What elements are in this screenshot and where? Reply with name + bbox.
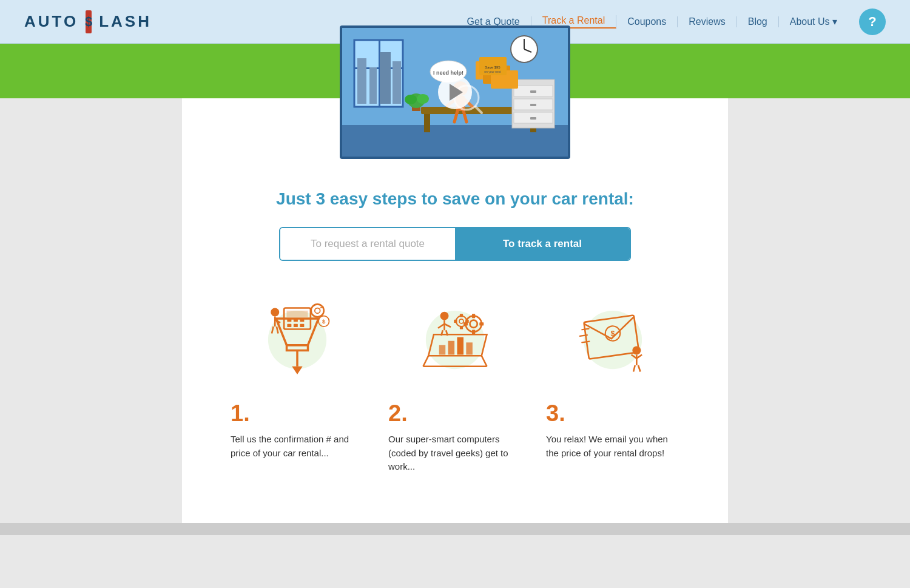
play-triangle-icon [450,84,463,101]
svg-rect-23 [530,104,536,106]
video-play-button[interactable] [438,75,472,109]
footer-bar [0,523,910,535]
svg-point-64 [315,308,320,314]
svg-point-102 [632,346,641,355]
step-1-icon-wrap: $ [231,291,364,388]
svg-rect-56 [294,324,298,327]
svg-text:I need help!: I need help! [433,70,463,76]
step-2-text: Our super-smart computers (coded by trav… [388,433,522,474]
help-button[interactable]: ? [859,8,886,35]
svg-rect-74 [448,341,455,355]
step-3-number: 3. [546,400,565,427]
svg-rect-8 [357,58,366,104]
svg-rect-76 [466,342,473,354]
svg-line-71 [482,356,487,367]
svg-rect-54 [300,319,304,322]
steps-heading: Just 3 easy steps to save on your car re… [182,189,728,209]
svg-text:$: $ [322,318,326,325]
step-3-text: You relax! We email you when the price o… [546,433,679,460]
tab-toggle: To request a rental quote To track a ren… [279,227,631,261]
step-1: $ 1. Tell us the confirmation # and pric… [231,291,364,474]
svg-rect-10 [380,52,391,104]
svg-line-106 [633,365,635,372]
svg-rect-11 [393,61,401,104]
svg-rect-80 [472,329,475,334]
svg-marker-49 [292,367,303,374]
logo-text-2: LASH [99,12,152,31]
nav-blog[interactable]: Blog [737,16,779,27]
svg-rect-52 [287,319,291,322]
svg-point-58 [271,308,279,317]
svg-point-27 [405,95,417,104]
svg-rect-88 [466,320,469,323]
step-2-number: 2. [388,400,408,427]
nav-about-us[interactable]: About Us ▾ [779,16,848,27]
video-thumbnail[interactable]: I need help! Save $95 on your next [340,25,570,159]
svg-rect-53 [294,319,298,322]
svg-text:$: $ [611,329,615,338]
step-2-icon-wrap [388,291,522,388]
svg-rect-85 [460,314,463,317]
tab-request-quote[interactable]: To request a rental quote [280,228,455,260]
main-wrapper: I need help! Save $95 on your next [0,98,910,523]
logo[interactable]: AUTO $ LASH [24,10,152,33]
content-card: I need help! Save $95 on your next [182,98,728,523]
video-container: I need help! Save $95 on your next [182,25,728,159]
svg-point-68 [426,311,484,369]
svg-rect-16 [424,114,430,132]
svg-text:on your next: on your next [484,70,501,73]
step-1-text: Tell us the confirmation # and price of … [231,433,364,460]
step-2-icon [413,297,497,382]
svg-rect-79 [472,314,475,318]
step-3: $ 3. You relax! We em [546,291,679,474]
step-2: 2. Our super-smart computers (coded by t… [388,291,522,474]
steps-row: $ 1. Tell us the confirmation # and pric… [182,279,728,486]
svg-rect-87 [454,320,457,323]
svg-rect-55 [287,324,291,327]
svg-line-107 [638,365,641,372]
logo-icon: $ [79,10,98,33]
svg-point-28 [417,94,429,104]
svg-point-95 [584,311,642,369]
step-3-icon: $ [570,297,655,382]
step-1-icon: $ [255,297,340,382]
svg-rect-51 [287,311,308,317]
svg-rect-82 [479,322,484,325]
svg-line-70 [423,356,429,367]
svg-point-63 [311,304,324,317]
svg-rect-75 [457,337,464,355]
svg-rect-9 [369,67,377,104]
svg-text:Save $95: Save $95 [485,66,500,69]
svg-rect-73 [439,345,446,355]
step-3-icon-wrap: $ [546,291,679,388]
logo-text-1: AUTO [24,12,78,31]
svg-point-89 [440,312,449,320]
svg-rect-22 [530,90,536,93]
step-1-number: 1. [231,400,250,427]
svg-rect-86 [460,326,463,329]
tab-track-rental[interactable]: To track a rental [455,228,630,260]
svg-text:$: $ [85,14,92,29]
svg-rect-24 [530,117,536,120]
svg-rect-57 [300,324,304,327]
